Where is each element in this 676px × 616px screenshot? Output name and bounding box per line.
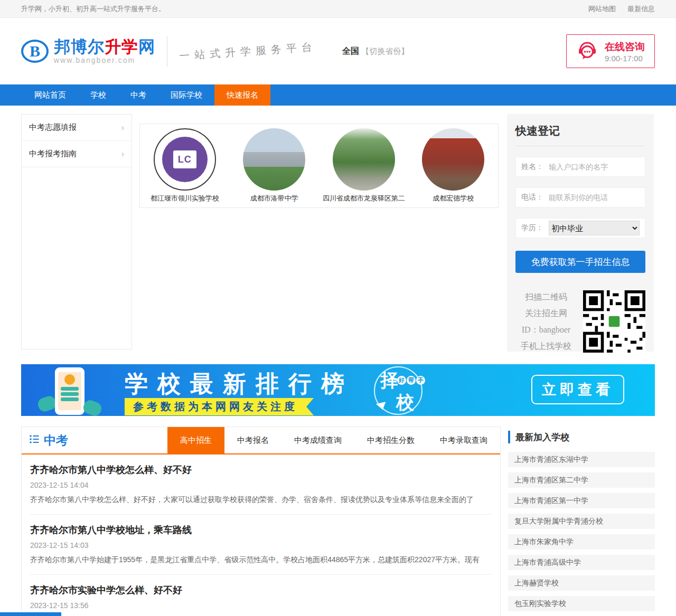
article-item-3[interactable]: 齐齐哈尔市实验中学怎么样、好不好 2023-12-15 13:56 齐齐哈尔市实… <box>30 575 492 616</box>
switch-province-link[interactable]: 【切换省份】 <box>361 46 409 55</box>
latest-info-link[interactable]: 最新信息 <box>627 4 655 14</box>
main-nav: 网站首页 学校 中考 国际学校 快速报名 <box>0 84 676 106</box>
phone-field-row: 电话： <box>515 187 645 207</box>
nav-item-zhongkao[interactable]: 中考 <box>118 84 158 106</box>
qr-section: 扫描二维码 关注招生网 ID：bangboer 手机上找学校 <box>515 289 645 354</box>
article-summary: 齐齐哈尔市第八中学校怎么样、好不好，大家可以通过获取学校获得的荣誉、办学、宿舍条… <box>30 495 492 505</box>
name-field-row: 姓名： <box>515 157 645 177</box>
education-field-row: 学历： 初中毕业 <box>515 218 645 238</box>
nav-item-quick-signup[interactable]: 快速报名 <box>214 84 270 106</box>
banner-title: 学校最新排行榜 <box>125 368 354 400</box>
site-url: www.bangboer.com <box>54 56 155 64</box>
carousel-school-2[interactable]: 成都市洛带中学 <box>230 128 320 203</box>
article-date: 2023-12-15 13:56 <box>30 601 492 610</box>
header-divider <box>167 36 167 67</box>
latest-school-item[interactable]: 包玉刚实验学校 <box>508 596 655 611</box>
online-consult-button[interactable]: 在线咨询 9:00-17:00 <box>566 34 655 68</box>
sidebar-item-volunteer[interactable]: 中考志愿填报 › <box>22 115 132 141</box>
qr-caption: 扫描二维码 关注招生网 ID：bangboer 手机上找学校 <box>515 289 577 354</box>
latest-school-item[interactable]: 上海市青浦高级中学 <box>508 555 655 570</box>
nav-item-schools[interactable]: 学校 <box>78 84 118 106</box>
article-item-2[interactable]: 齐齐哈尔市第八中学校地址，乘车路线 2023-12-15 14:03 齐齐哈尔市… <box>30 515 492 575</box>
education-label: 学历： <box>521 223 549 233</box>
latest-school-item[interactable]: 上海市青浦区东湖中学 <box>508 452 655 467</box>
school-badge-image: LC <box>154 128 216 191</box>
consult-label: 在线咨询 <box>605 40 645 54</box>
school-photo-image <box>422 128 484 191</box>
badge-sub-circles: 好 帮 手 <box>397 376 425 385</box>
article-title[interactable]: 齐齐哈尔市实验中学怎么样、好不好 <box>30 584 492 596</box>
footer-edge-strip <box>0 612 61 616</box>
nav-item-home[interactable]: 网站首页 <box>22 84 78 106</box>
banner-ribbon: 参考数据为本网网友关注度 <box>125 398 314 415</box>
article-item-1[interactable]: 齐齐哈尔市第八中学校怎么样、好不好 2023-12-15 14:04 齐齐哈尔市… <box>30 454 492 515</box>
paper-plane-icon <box>375 399 386 410</box>
tab-admission-query[interactable]: 中考录取查询 <box>427 427 500 453</box>
latest-school-item[interactable]: 上海赫贤学校 <box>508 575 655 591</box>
carousel-school-3[interactable]: 四川省成都市龙泉驿区第二 <box>319 128 409 203</box>
school-name: 四川省成都市龙泉驿区第二 <box>319 194 409 203</box>
school-photo-image <box>243 128 305 191</box>
phone-label: 电话： <box>521 193 549 202</box>
list-icon <box>29 433 40 448</box>
latest-school-item[interactable]: 上海市朱家角中学 <box>508 534 655 549</box>
header-slogan: 一站式升学服务平台 <box>179 39 317 63</box>
latest-school-item[interactable]: 上海市青浦区第二中学 <box>508 472 655 488</box>
logo-b-icon: B <box>21 40 49 63</box>
quick-register-title: 快速登记 <box>515 124 645 146</box>
latest-school-item[interactable]: 复旦大学附属中学青浦分校 <box>508 514 655 529</box>
site-logo[interactable]: B 邦博尔升学网 www.bangboer.com <box>21 38 155 64</box>
school-photo-image <box>333 128 395 191</box>
name-label: 姓名： <box>521 162 549 172</box>
article-date: 2023-12-15 14:04 <box>30 481 492 489</box>
topbar: 升学网，小升初、初升高一站式升学服务平台。 网站地图 最新信息 <box>0 0 676 18</box>
zhongkao-tabs: 高中招生 中考报名 中考成绩查询 中考招生分数 中考录取查询 <box>167 427 500 453</box>
phone-illustration <box>55 367 84 415</box>
carousel-school-4[interactable]: 成都宏德学校 <box>409 128 499 203</box>
zhongkao-header: 中考 高中招生 中考报名 中考成绩查询 中考招生分数 中考录取查询 <box>22 427 500 454</box>
hand-illustration <box>82 399 104 416</box>
nav-item-international[interactable]: 国际学校 <box>158 84 214 106</box>
phone-input[interactable] <box>549 193 644 202</box>
article-title[interactable]: 齐齐哈尔市第八中学校地址，乘车路线 <box>30 524 492 536</box>
qr-code <box>583 290 645 353</box>
region-current: 全国 <box>342 46 359 55</box>
latest-schools-title: 最新加入学校 <box>508 431 655 443</box>
school-name: 都江堰市领川实验学校 <box>140 194 230 203</box>
ranking-banner[interactable]: 学校最新排行榜 参考数据为本网网友关注度 择 好 帮 手 校 立即查看 <box>21 364 655 416</box>
school-name: 成都宏德学校 <box>409 194 499 203</box>
sitemap-link[interactable]: 网站地图 <box>588 4 616 14</box>
tab-score-query[interactable]: 中考成绩查询 <box>281 427 354 453</box>
page: 升学网，小升初、初升高一站式升学服务平台。 网站地图 最新信息 B 邦博尔升学网… <box>0 0 676 616</box>
region-selector: 全国 【切换省份】 <box>342 46 409 57</box>
chevron-right-icon: › <box>121 123 124 132</box>
article-list: 齐齐哈尔市第八中学校怎么样、好不好 2023-12-15 14:04 齐齐哈尔市… <box>22 454 500 616</box>
latest-schools-panel: 最新加入学校 上海市青浦区东湖中学 上海市青浦区第二中学 上海市青浦区第一中学 … <box>508 427 655 616</box>
zexiao-badge: 择 好 帮 手 校 <box>374 366 422 415</box>
latest-school-item[interactable]: 上海市青浦区第一中学 <box>508 493 655 508</box>
tab-zhongkao-signup[interactable]: 中考报名 <box>224 427 281 453</box>
free-info-submit-button[interactable]: 免费获取第一手招生信息 <box>515 251 645 273</box>
name-input[interactable] <box>549 163 644 171</box>
zhongkao-news-box: 中考 高中招生 中考报名 中考成绩查询 中考招生分数 中考录取查询 齐齐哈尔市第… <box>21 427 501 616</box>
header: B 邦博尔升学网 www.bangboer.com 一站式升学服务平台 全国 【… <box>0 18 676 84</box>
article-title[interactable]: 齐齐哈尔市第八中学校怎么样、好不好 <box>30 463 492 476</box>
headset-chat-icon <box>576 39 598 63</box>
bottom-section: 中考 高中招生 中考报名 中考成绩查询 中考招生分数 中考录取查询 齐齐哈尔市第… <box>21 427 655 616</box>
consult-hours: 9:00-17:00 <box>605 54 645 63</box>
main-top-section: 中考志愿填报 › 中考报考指南 › LC 都江堰市领川实验学校 成都市洛带中学 <box>21 106 655 352</box>
site-name: 邦博尔升学网 <box>54 38 155 56</box>
chevron-right-icon: › <box>121 149 124 159</box>
zhongkao-title: 中考 <box>29 427 68 453</box>
tab-highschool-admission[interactable]: 高中招生 <box>167 427 224 453</box>
article-summary: 齐齐哈尔市第八中学始建于1955年，是黑龙江省重点中学、省级示范性高中。学校占地… <box>30 555 492 565</box>
tab-admission-scores[interactable]: 中考招生分数 <box>354 427 427 453</box>
education-select[interactable]: 初中毕业 <box>549 221 640 235</box>
view-now-button[interactable]: 立即查看 <box>531 375 624 404</box>
carousel-school-1[interactable]: LC 都江堰市领川实验学校 <box>140 128 230 203</box>
side-menu: 中考志愿填报 › 中考报考指南 › <box>21 114 132 349</box>
sidebar-item-guide[interactable]: 中考报考指南 › <box>22 141 132 167</box>
quick-register-panel: 快速登记 姓名： 电话： 学历： 初中毕业 免费获取第一手招生信息 扫描二维码 … <box>507 114 654 352</box>
article-date: 2023-12-15 14:03 <box>30 541 492 549</box>
topbar-slogan: 升学网，小升初、初升高一站式升学服务平台。 <box>21 4 165 14</box>
